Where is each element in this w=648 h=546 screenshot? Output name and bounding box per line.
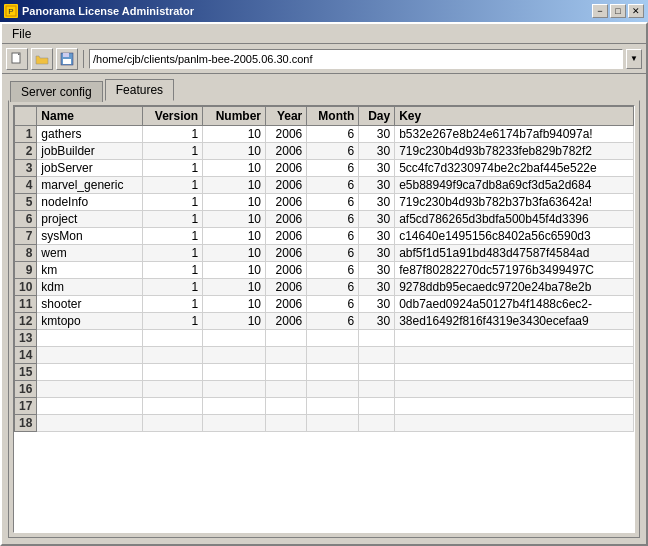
cell-year: 2006 xyxy=(266,296,307,313)
save-button[interactable] xyxy=(56,48,78,70)
cell-number xyxy=(203,347,266,364)
cell-name: project xyxy=(37,211,142,228)
table-container[interactable]: Name Version Number Year Month Day Key 1… xyxy=(13,105,635,533)
svg-rect-6 xyxy=(63,59,71,64)
cell-year xyxy=(266,381,307,398)
tab-server-config[interactable]: Server config xyxy=(10,81,103,102)
cell-year: 2006 xyxy=(266,194,307,211)
cell-version: 1 xyxy=(142,228,203,245)
table-row[interactable]: 5nodeInfo1102006630719c230b4d93b782b37b3… xyxy=(15,194,634,211)
cell-number: 10 xyxy=(203,177,266,194)
cell-name: nodeInfo xyxy=(37,194,142,211)
table-row[interactable]: 4marvel_generic1102006630e5b88949f9ca7db… xyxy=(15,177,634,194)
table-row[interactable]: 16 xyxy=(15,381,634,398)
table-row[interactable]: 10kdm11020066309278ddb95ecaedc9720e24ba7… xyxy=(15,279,634,296)
cell-rownum: 15 xyxy=(15,364,37,381)
col-header-day: Day xyxy=(359,107,395,126)
cell-number: 10 xyxy=(203,313,266,330)
cell-day: 30 xyxy=(359,245,395,262)
cell-rownum: 12 xyxy=(15,313,37,330)
table-row[interactable]: 13 xyxy=(15,330,634,347)
cell-month: 6 xyxy=(307,279,359,296)
minimize-button[interactable]: − xyxy=(592,4,608,18)
tab-features[interactable]: Features xyxy=(105,79,174,101)
cell-version xyxy=(142,415,203,432)
title-bar-left: P Panorama License Administrator xyxy=(4,4,194,18)
table-row[interactable]: 3jobServer11020066305cc4fc7d3230974be2c2… xyxy=(15,160,634,177)
cell-day xyxy=(359,415,395,432)
cell-day xyxy=(359,330,395,347)
cell-number: 10 xyxy=(203,211,266,228)
col-header-version: Version xyxy=(142,107,203,126)
table-row[interactable]: 15 xyxy=(15,364,634,381)
cell-month: 6 xyxy=(307,211,359,228)
cell-day: 30 xyxy=(359,211,395,228)
cell-key xyxy=(395,347,634,364)
cell-name xyxy=(37,347,142,364)
col-header-name: Name xyxy=(37,107,142,126)
cell-day xyxy=(359,398,395,415)
cell-name xyxy=(37,415,142,432)
col-header-key: Key xyxy=(395,107,634,126)
cell-key: 719c230b4d93b78233feb829b782f2 xyxy=(395,143,634,160)
cell-version xyxy=(142,381,203,398)
cell-year: 2006 xyxy=(266,313,307,330)
cell-year: 2006 xyxy=(266,177,307,194)
cell-year: 2006 xyxy=(266,228,307,245)
cell-year: 2006 xyxy=(266,279,307,296)
table-row[interactable]: 18 xyxy=(15,415,634,432)
cell-day: 30 xyxy=(359,228,395,245)
table-row[interactable]: 12kmtopo110200663038ed16492f816f4319e343… xyxy=(15,313,634,330)
cell-number: 10 xyxy=(203,296,266,313)
cell-day: 30 xyxy=(359,262,395,279)
cell-rownum: 18 xyxy=(15,415,37,432)
cell-rownum: 16 xyxy=(15,381,37,398)
cell-name: jobBuilder xyxy=(37,143,142,160)
cell-key: af5cd786265d3bdfa500b45f4d3396 xyxy=(395,211,634,228)
cell-month xyxy=(307,364,359,381)
cell-day: 30 xyxy=(359,296,395,313)
window-title: Panorama License Administrator xyxy=(22,5,194,17)
table-row[interactable]: 7sysMon1102006630c14640e1495156c8402a56c… xyxy=(15,228,634,245)
cell-month: 6 xyxy=(307,313,359,330)
table-row[interactable]: 17 xyxy=(15,398,634,415)
cell-year xyxy=(266,330,307,347)
cell-number: 10 xyxy=(203,245,266,262)
table-row[interactable]: 6project1102006630af5cd786265d3bdfa500b4… xyxy=(15,211,634,228)
cell-rownum: 8 xyxy=(15,245,37,262)
table-row[interactable]: 9km1102006630fe87f80282270dc571976b34994… xyxy=(15,262,634,279)
col-header-year: Year xyxy=(266,107,307,126)
cell-key: abf5f1d51a91bd483d47587f4584ad xyxy=(395,245,634,262)
cell-name: jobServer xyxy=(37,160,142,177)
cell-day xyxy=(359,347,395,364)
cell-key: e5b88949f9ca7db8a69cf3d5a2d684 xyxy=(395,177,634,194)
cell-key: b532e267e8b24e6174b7afb94097a! xyxy=(395,126,634,143)
cell-key: 719c230b4d93b782b37b3fa63642a! xyxy=(395,194,634,211)
path-input[interactable] xyxy=(89,49,623,69)
new-button[interactable] xyxy=(6,48,28,70)
close-button[interactable]: ✕ xyxy=(628,4,644,18)
table-row[interactable]: 11shooter11020066300db7aed0924a50127b4f1… xyxy=(15,296,634,313)
cell-year xyxy=(266,347,307,364)
table-row[interactable]: 14 xyxy=(15,347,634,364)
cell-month: 6 xyxy=(307,160,359,177)
maximize-button[interactable]: □ xyxy=(610,4,626,18)
table-row[interactable]: 1gathers1102006630b532e267e8b24e6174b7af… xyxy=(15,126,634,143)
cell-name: wem xyxy=(37,245,142,262)
path-dropdown[interactable]: ▼ xyxy=(626,49,642,69)
table-row[interactable]: 2jobBuilder1102006630719c230b4d93b78233f… xyxy=(15,143,634,160)
separator-1 xyxy=(83,50,84,68)
cell-version xyxy=(142,398,203,415)
cell-version xyxy=(142,364,203,381)
cell-month: 6 xyxy=(307,262,359,279)
table-row[interactable]: 8wem1102006630abf5f1d51a91bd483d47587f45… xyxy=(15,245,634,262)
file-menu[interactable]: File xyxy=(6,26,37,42)
cell-key xyxy=(395,398,634,415)
cell-key xyxy=(395,330,634,347)
open-button[interactable] xyxy=(31,48,53,70)
cell-day: 30 xyxy=(359,143,395,160)
cell-version: 1 xyxy=(142,143,203,160)
cell-number: 10 xyxy=(203,194,266,211)
cell-year: 2006 xyxy=(266,211,307,228)
cell-number: 10 xyxy=(203,143,266,160)
